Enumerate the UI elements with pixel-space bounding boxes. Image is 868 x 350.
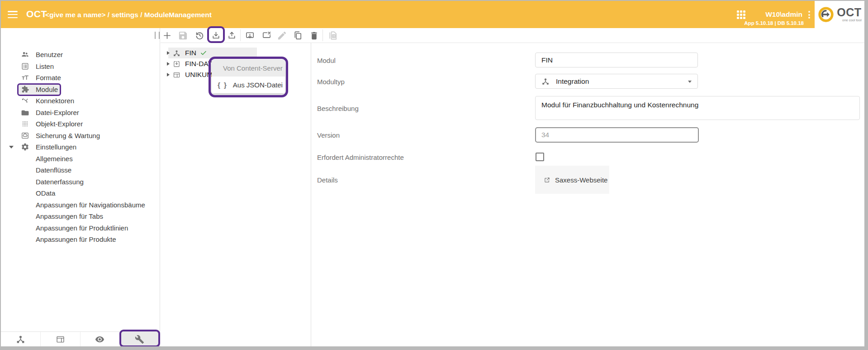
modultyp-select[interactable]: Integration <box>535 74 698 89</box>
oct-logo-icon <box>817 6 835 23</box>
expand-caret-icon[interactable] <box>9 146 14 149</box>
details-label: Details <box>317 176 338 184</box>
save-button[interactable] <box>175 28 190 43</box>
logo-text: OCT <box>837 7 861 18</box>
sidebar-nav: Benutzer Listen Formate Module <box>1 28 160 245</box>
app-grid-icon[interactable] <box>737 10 746 19</box>
connector-icon <box>20 96 30 105</box>
screen-x-icon <box>261 30 272 41</box>
integration-icon <box>173 49 180 57</box>
download-dropdown-menu: Von Content-Server { } Aus JSON-Datei <box>212 60 285 93</box>
menu-item-von-content-server[interactable]: Von Content-Server <box>212 60 285 77</box>
kebab-menu-icon[interactable] <box>808 11 811 20</box>
chevron-down-icon <box>688 81 692 83</box>
breadcrumb: <give me a name> / settings / ModuleMana… <box>45 11 212 19</box>
main-toolbar <box>161 28 864 43</box>
sidebar-item-datenfluesse[interactable]: Datenflüsse <box>1 164 160 176</box>
panel-container: FIN FIN-DATEV UNI <box>161 43 864 346</box>
toolbar-divider <box>323 29 323 41</box>
users-icon <box>20 50 30 59</box>
upload-button[interactable] <box>224 28 239 43</box>
sidebar-item-benutzer[interactable]: Benutzer <box>1 49 160 61</box>
pencil-icon <box>277 30 287 41</box>
tree-item-fin[interactable]: FIN <box>161 48 311 58</box>
restore-button[interactable] <box>192 28 207 43</box>
table-layout-icon <box>56 335 65 344</box>
form-row-admin-rights: Erfordert Administratorrechte <box>317 153 859 161</box>
sidebar-item-allgemeines[interactable]: Allgemeines <box>1 153 160 165</box>
expand-arrow-icon[interactable] <box>165 73 171 77</box>
copy-icon <box>293 30 303 41</box>
delete-button[interactable] <box>306 28 322 43</box>
sidebar-item-module[interactable]: Module <box>1 84 160 96</box>
sidebar-item-sicherung-wartung[interactable]: Sicherung & Wartung <box>1 130 160 142</box>
sidebar-item-einstellungen[interactable]: Einstellungen <box>1 141 160 153</box>
form-row-beschreibung: Beschreibung Modul für Finanzbuchhaltung… <box>317 96 859 120</box>
list-icon <box>20 62 30 71</box>
form-row-modul: Modul FIN <box>317 53 859 67</box>
sidebar-item-formate[interactable]: Formate <box>1 72 160 84</box>
json-braces-icon: { } <box>218 81 228 89</box>
copy-button[interactable] <box>290 28 305 43</box>
tree-item-label: UNIKUM- <box>185 71 215 79</box>
form-row-version: Version 34 <box>317 127 859 143</box>
upload-icon <box>227 30 237 41</box>
integration-icon <box>541 77 550 86</box>
version-info: App 5.10.18 | DB 5.10.18 <box>744 20 804 26</box>
modultyp-label: Modultyp <box>317 77 345 85</box>
expand-arrow-icon[interactable] <box>165 62 171 66</box>
left-sidebar: Benutzer Listen Formate Module <box>1 28 160 346</box>
app-header: OCT <give me a name> / settings / Module… <box>1 1 864 28</box>
check-icon <box>200 49 207 57</box>
apply-document-button[interactable] <box>325 28 341 43</box>
sidebar-item-listen[interactable]: Listen <box>1 61 160 72</box>
expand-arrow-icon[interactable] <box>165 51 171 55</box>
modul-label: Modul <box>317 56 336 64</box>
trash-icon <box>309 30 319 41</box>
footer-preview-button[interactable] <box>81 332 120 346</box>
app-title: OCT <box>26 9 47 19</box>
edit-button[interactable] <box>274 28 289 43</box>
sidebar-item-anpassungen-produktlinien[interactable]: Anpassungen für Produktlinien <box>1 222 160 234</box>
history-icon <box>194 30 205 41</box>
form-row-modultyp: Modultyp Integration <box>317 74 859 89</box>
sidebar-item-konnektoren[interactable]: Konnektoren <box>1 95 160 107</box>
add-button[interactable] <box>159 28 175 43</box>
sidebar-item-objekt-explorer[interactable]: Objekt-Explorer <box>1 118 160 130</box>
sidebar-item-datei-explorer[interactable]: Datei-Explorer <box>1 107 160 119</box>
folder-icon <box>20 108 30 117</box>
dot-grid-icon <box>20 120 30 128</box>
logo-tagline: one cool tool <box>842 19 862 22</box>
details-block: Saxess-Webseite <box>535 166 609 194</box>
sidebar-item-anpassungen-tabs[interactable]: Anpassungen für Tabs <box>1 211 160 222</box>
user-menu[interactable]: W10\admin <box>765 10 802 19</box>
sidebar-item-anpassungen-produkte[interactable]: Anpassungen für Produkte <box>1 234 160 245</box>
import-to-device-button[interactable] <box>242 28 257 43</box>
tree-item-label: FIN <box>185 49 196 57</box>
sidebar-item-anpassungen-navigationsbaeume[interactable]: Anpassungen für Navigationsbäume <box>1 199 160 211</box>
sidebar-item-odata[interactable]: OData <box>1 187 160 199</box>
sidebar-item-datenerfassung[interactable]: Datenerfassung <box>1 176 160 188</box>
admin-rights-checkbox[interactable] <box>536 153 544 161</box>
beschreibung-textarea[interactable]: Modul für Finanzbuchhaltung und Kostenre… <box>535 96 860 120</box>
footer-tools-button[interactable] <box>120 332 160 346</box>
hamburger-menu-icon[interactable] <box>8 11 18 19</box>
footer-integration-button[interactable] <box>1 332 41 346</box>
remove-from-device-button[interactable] <box>259 28 274 43</box>
version-input[interactable]: 34 <box>535 127 699 143</box>
menu-item-aus-json-datei[interactable]: { } Aus JSON-Datei <box>212 77 285 93</box>
download-button[interactable] <box>208 28 223 43</box>
document-plus-icon <box>328 30 338 41</box>
wrench-icon <box>135 335 144 344</box>
modul-input[interactable]: FIN <box>535 53 698 67</box>
save-icon <box>178 30 188 41</box>
app-window: OCT <give me a name> / settings / Module… <box>1 1 864 346</box>
beschreibung-label: Beschreibung <box>317 104 359 112</box>
saxess-website-link[interactable]: Saxess-Webseite <box>535 176 607 184</box>
footer-tables-button[interactable] <box>41 332 81 346</box>
module-form-panel: Modul FIN Modultyp Integration Beschreib… <box>312 43 864 346</box>
company-logo: OCT one cool tool <box>815 1 864 28</box>
eye-icon <box>95 335 104 344</box>
toolbar-divider <box>240 29 241 41</box>
version-label: Version <box>317 131 340 139</box>
